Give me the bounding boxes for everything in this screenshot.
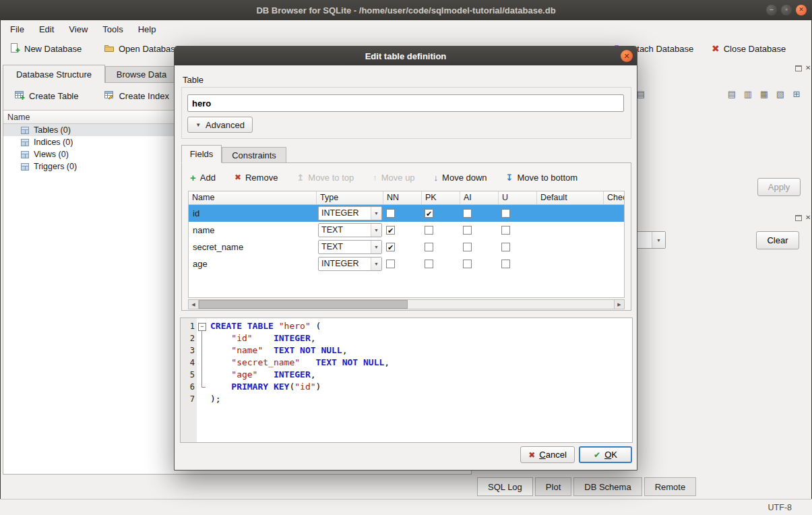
create-table-button[interactable]: Create Table xyxy=(10,87,82,105)
cancel-button[interactable]: ✖ Cancel xyxy=(520,446,575,463)
bottom-tab-db-schema[interactable]: DB Schema xyxy=(573,477,642,496)
fold-marker-start[interactable] xyxy=(197,320,208,332)
fields-toolbar-label: Move up xyxy=(381,173,415,183)
menu-view[interactable]: View xyxy=(61,22,95,37)
table-name-input[interactable] xyxy=(187,94,624,112)
window-titlebar[interactable]: DB Browser for SQLite - /home/user/code/… xyxy=(0,0,812,20)
dock-close-icon[interactable]: ✕ xyxy=(805,214,811,221)
ai-checkbox[interactable] xyxy=(463,260,472,268)
advanced-toggle-button[interactable]: ▼ Advanced xyxy=(187,117,253,133)
column-header-check[interactable]: Check xyxy=(604,191,625,204)
menubar: FileEditViewToolsHelp xyxy=(0,20,812,38)
pk-checkbox[interactable] xyxy=(425,226,433,235)
tab-database-structure[interactable]: Database Structure xyxy=(3,65,105,83)
dock-toolbar-button[interactable]: ▦ xyxy=(757,86,771,101)
scroll-right-icon[interactable]: ▶ xyxy=(614,299,625,309)
nn-checkbox[interactable]: ✔ xyxy=(386,243,395,251)
column-header-ai[interactable]: AI xyxy=(460,191,499,204)
dock-toolbar-button[interactable]: ▤ xyxy=(725,86,739,101)
check-cell xyxy=(604,205,625,222)
create-index-button[interactable]: Create Index xyxy=(100,87,173,105)
type-combobox[interactable]: INTEGER▼ xyxy=(318,206,382,220)
menu-tools[interactable]: Tools xyxy=(95,22,130,37)
apply-button[interactable]: Apply xyxy=(757,178,801,196)
column-header-type[interactable]: Type xyxy=(317,191,383,204)
chevron-down-icon: ▼ xyxy=(371,207,381,220)
column-header-name[interactable]: Name xyxy=(189,191,317,204)
maximize-icon[interactable]: ▫ xyxy=(781,5,792,16)
tree-item-label: Indices (0) xyxy=(34,138,73,147)
fields-toolbar: +Add✖Remove↥Move to top↑Move up↓Move dow… xyxy=(188,169,580,185)
tab-fields[interactable]: Fields xyxy=(181,145,222,163)
dock-toolbar-button[interactable]: ▧ xyxy=(774,86,787,101)
tab-label: Database Structure xyxy=(16,69,92,80)
sql-line: "name" TEXT NOT NULL, xyxy=(210,344,632,357)
field-row-secret-name[interactable]: secret_nameTEXT▼✔ xyxy=(189,239,624,255)
u-checkbox[interactable] xyxy=(501,209,510,218)
move-down-button[interactable]: ↓Move down xyxy=(432,169,489,185)
scrollbar-track[interactable] xyxy=(199,299,614,309)
column-header-pk[interactable]: PK xyxy=(422,191,460,204)
field-row-name[interactable]: nameTEXT▼✔ xyxy=(189,222,624,239)
open-database-button[interactable]: Open Database xyxy=(100,39,184,58)
bottom-tab-sql-log[interactable]: SQL Log xyxy=(477,477,533,496)
ok-button[interactable]: ✔ OK xyxy=(579,446,632,463)
u-checkbox[interactable] xyxy=(501,260,510,268)
pk-checkbox[interactable] xyxy=(425,243,433,251)
grid-rows: idINTEGER▼✔nameTEXT▼✔secret_nameTEXT▼✔ag… xyxy=(189,205,624,272)
close-database-label: Close Database xyxy=(724,44,786,54)
dialog-close-icon[interactable]: ✕ xyxy=(621,50,633,62)
ai-checkbox[interactable] xyxy=(463,243,472,251)
sql-editor[interactable]: CREATE TABLE "hero" ( "id" INTEGER, "nam… xyxy=(208,318,632,442)
remove-button[interactable]: ✖Remove xyxy=(232,169,280,185)
close-icon[interactable]: ✕ xyxy=(796,5,807,16)
field-type-cell: INTEGER▼ xyxy=(317,205,383,222)
add-button[interactable]: +Add xyxy=(188,169,218,185)
bottom-tab-plot[interactable]: Plot xyxy=(535,477,571,496)
column-header-nn[interactable]: NN xyxy=(383,191,422,204)
dock-float-icon[interactable] xyxy=(795,215,802,221)
u-checkbox[interactable] xyxy=(501,243,510,251)
type-combobox[interactable]: TEXT▼ xyxy=(318,240,382,254)
close-database-button[interactable]: ✖ Close Database xyxy=(708,39,790,58)
close-database-icon: ✖ xyxy=(712,43,720,54)
bottom-tab-remote[interactable]: Remote xyxy=(644,477,697,496)
clear-button[interactable]: Clear xyxy=(756,231,799,249)
pk-cell: ✔ xyxy=(422,205,460,222)
dock-close-icon[interactable]: ✕ xyxy=(805,65,811,71)
tab-browse-data[interactable]: Browse Data xyxy=(105,66,178,83)
scrollbar-thumb[interactable] xyxy=(199,300,408,309)
dialog-titlebar[interactable]: Edit table definition ✕ xyxy=(175,47,637,65)
dock-float-icon[interactable] xyxy=(795,65,802,71)
menu-help[interactable]: Help xyxy=(131,22,164,37)
move-to-bottom-button[interactable]: ↧Move to bottom xyxy=(504,169,580,185)
pk-checkbox[interactable] xyxy=(425,260,433,268)
chevron-down-icon: ▼ xyxy=(195,122,201,128)
field-row-age[interactable]: ageINTEGER▼ xyxy=(189,255,624,272)
type-combobox[interactable]: TEXT▼ xyxy=(318,223,382,237)
dock-toolbar-button[interactable]: ⊞ xyxy=(790,86,803,101)
column-header-u[interactable]: U xyxy=(499,191,537,204)
ai-checkbox[interactable] xyxy=(463,209,472,218)
ai-checkbox[interactable] xyxy=(463,226,472,235)
pk-checkbox[interactable]: ✔ xyxy=(425,209,433,218)
menu-edit[interactable]: Edit xyxy=(32,22,61,37)
tab-constraints[interactable]: Constraints xyxy=(222,147,286,163)
grid-horizontal-scrollbar[interactable]: ◀ ▶ xyxy=(188,299,625,309)
u-cell xyxy=(499,222,537,239)
field-name-cell: age xyxy=(189,255,317,272)
scroll-left-icon[interactable]: ◀ xyxy=(188,299,199,309)
fields-grid: NameTypeNNPKAIUDefaultCheck idINTEGER▼✔n… xyxy=(188,191,625,298)
field-row-id[interactable]: idINTEGER▼✔ xyxy=(189,205,624,222)
dock-toolbar-button[interactable]: ▥ xyxy=(741,86,755,101)
nn-checkbox[interactable] xyxy=(386,260,395,268)
type-combobox[interactable]: INTEGER▼ xyxy=(318,257,382,271)
column-header-default[interactable]: Default xyxy=(537,191,604,204)
field-type-cell: INTEGER▼ xyxy=(317,255,383,272)
nn-checkbox[interactable] xyxy=(386,209,395,218)
menu-file[interactable]: File xyxy=(3,22,32,37)
u-checkbox[interactable] xyxy=(501,226,510,235)
minimize-icon[interactable]: – xyxy=(766,5,777,16)
nn-checkbox[interactable]: ✔ xyxy=(386,226,395,235)
new-database-button[interactable]: New Database xyxy=(5,39,86,58)
